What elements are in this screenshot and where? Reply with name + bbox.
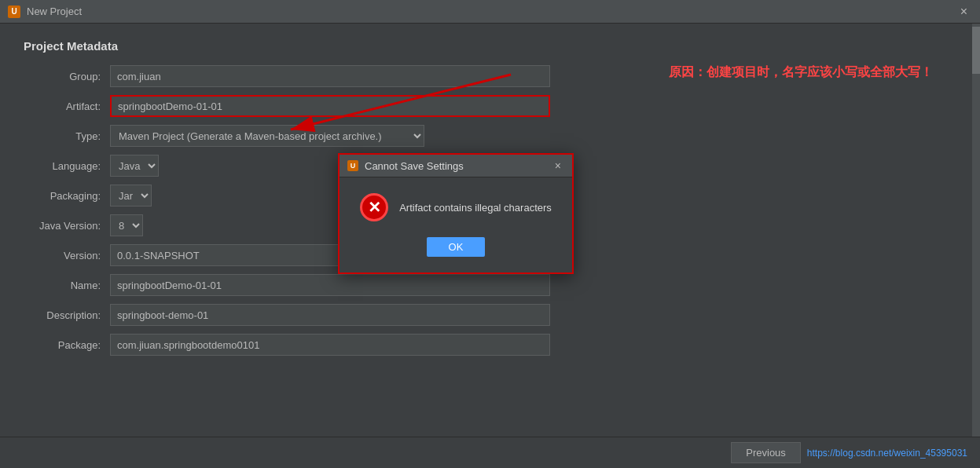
description-input[interactable]	[110, 304, 550, 326]
type-select[interactable]: Maven Project (Generate a Maven-based pr…	[110, 125, 424, 147]
package-label: Package:	[24, 339, 110, 351]
dialog-titlebar-left: U Cannot Save Settings	[347, 160, 464, 172]
java-version-select[interactable]: 8	[110, 214, 143, 236]
description-row: Description:	[24, 304, 956, 326]
group-label: Group:	[24, 71, 110, 82]
artifact-label: Artifact:	[24, 101, 110, 112]
description-label: Description:	[24, 309, 110, 321]
packaging-label: Packaging:	[24, 190, 110, 202]
package-input[interactable]	[110, 334, 550, 356]
bottom-bar: Previous https://blog.csdn.net/weixin_45…	[0, 437, 980, 468]
error-icon: ✕	[360, 193, 388, 221]
scrollbar[interactable]	[972, 24, 980, 437]
language-select[interactable]: Java	[110, 155, 159, 177]
dialog-title: Cannot Save Settings	[365, 160, 464, 172]
type-row: Type: Maven Project (Generate a Maven-ba…	[24, 125, 956, 147]
watermark-link[interactable]: https://blog.csdn.net/weixin_45395031	[807, 448, 967, 459]
dialog-titlebar: U Cannot Save Settings ×	[340, 155, 572, 177]
dialog-ok-button[interactable]: OK	[427, 237, 486, 257]
error-dialog: U Cannot Save Settings × ✕ Artifact cont…	[338, 153, 574, 274]
dialog-message-row: ✕ Artifact contains illegal characters	[360, 193, 552, 221]
artifact-input[interactable]	[110, 95, 550, 117]
name-label: Name:	[24, 280, 110, 291]
window-close-button[interactable]: ×	[956, 3, 972, 20]
type-label: Type:	[24, 130, 110, 142]
scrollbar-thumb[interactable]	[972, 27, 980, 74]
dialog-close-button[interactable]: ×	[552, 159, 564, 172]
annotation-area: 原因：创建项目时，名字应该小写或全部大写！	[669, 64, 933, 81]
package-row: Package:	[24, 334, 956, 356]
name-input[interactable]	[110, 274, 550, 296]
title-bar-left: U New Project	[8, 5, 82, 18]
previous-button[interactable]: Previous	[731, 442, 801, 463]
language-label: Language:	[24, 160, 110, 172]
java-version-label: Java Version:	[24, 220, 110, 232]
packaging-select[interactable]: Jar	[110, 185, 152, 207]
section-title: Project Metadata	[24, 39, 956, 53]
name-row: Name:	[24, 274, 956, 296]
dialog-body: ✕ Artifact contains illegal characters O…	[340, 177, 572, 272]
title-bar: U New Project ×	[0, 0, 980, 24]
window-title: New Project	[27, 5, 82, 17]
annotation-text: 原因：创建项目时，名字应该小写或全部大写！	[669, 65, 933, 79]
version-label: Version:	[24, 250, 110, 261]
app-icon: U	[8, 5, 20, 18]
group-input[interactable]	[110, 65, 550, 87]
artifact-row: Artifact:	[24, 95, 956, 117]
dialog-message: Artifact contains illegal characters	[399, 202, 552, 214]
dialog-app-icon: U	[347, 160, 358, 171]
